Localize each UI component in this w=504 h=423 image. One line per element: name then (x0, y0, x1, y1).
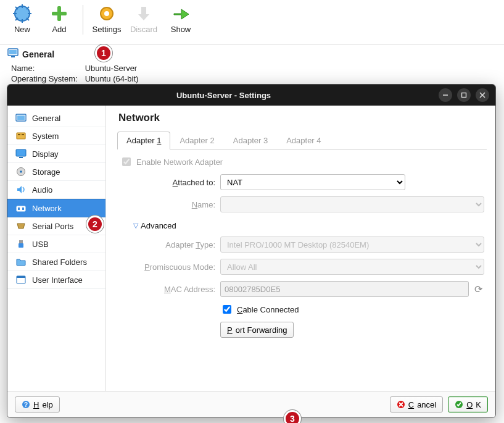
promisc-label: Promiscuous Mode: (120, 262, 215, 272)
enable-adapter-checkbox[interactable] (122, 157, 131, 166)
minimize-button[interactable] (439, 88, 452, 102)
page-heading: Network (118, 112, 487, 124)
svg-rect-23 (18, 134, 20, 135)
summary-os-label: Operating System: (11, 74, 84, 83)
svg-rect-22 (17, 133, 25, 139)
audio-icon (15, 185, 27, 195)
attached-label: Attached to: (120, 178, 215, 187)
svg-rect-30 (18, 207, 20, 210)
mac-label: MAC Address: (120, 285, 215, 294)
ui-icon (15, 275, 27, 285)
show-button[interactable]: Show (163, 1, 198, 34)
svg-rect-32 (19, 240, 23, 243)
cable-checkbox[interactable] (223, 305, 231, 314)
svg-rect-24 (22, 134, 24, 135)
sidebar-label: Display (32, 149, 59, 159)
adapter-tabbar: Adapter 1 Adapter 2 Adapter 3 Adapter 4 (117, 132, 487, 149)
add-button[interactable]: Add (42, 1, 76, 34)
cancel-button[interactable]: Cancel (390, 396, 443, 413)
svg-rect-26 (19, 157, 23, 158)
main-toolbar: New Add Settings Discard Show (0, 0, 504, 44)
new-label: New (5, 25, 39, 34)
enable-adapter-label: Enable Network Adapter (136, 157, 223, 167)
sidebar-label: Network (32, 204, 62, 213)
adapter-type-select: Intel PRO/1000 MT Desktop (82540EM) (220, 237, 484, 253)
mac-input (220, 281, 469, 297)
svg-rect-14 (9, 50, 17, 54)
svg-point-12 (104, 11, 109, 16)
settings-dialog: Ubuntu-Server - Settings General System … (7, 84, 496, 418)
sidebar-label: Storage (32, 167, 60, 177)
folder-icon (15, 257, 27, 267)
svg-rect-25 (16, 149, 26, 156)
callout-1: 1 (95, 44, 112, 62)
sidebar-label: USB (32, 240, 49, 249)
sidebar-item-system[interactable]: System (7, 127, 105, 145)
refresh-icon[interactable]: ⟳ (473, 283, 484, 295)
help-button[interactable]: ? Help (15, 396, 60, 413)
sidebar-item-general[interactable]: General (7, 109, 105, 127)
summary-section-title: General (22, 49, 54, 59)
dialog-title: Ubuntu-Server - Settings (14, 91, 434, 100)
vm-summary: General Name: Ubuntu-Server Operating Sy… (0, 44, 504, 90)
tab-adapter-1[interactable]: Adapter 1 (117, 132, 170, 149)
sidebar-item-display[interactable]: Display (7, 145, 105, 163)
callout-2: 2 (86, 216, 104, 233)
settings-button[interactable]: Settings (89, 1, 124, 34)
monitor-icon (7, 48, 19, 60)
port-forwarding-button[interactable]: Port Forwarding (220, 322, 294, 338)
svg-rect-33 (19, 243, 23, 248)
show-label: Show (163, 25, 198, 34)
summary-name-value: Ubuntu-Server (85, 64, 145, 73)
svg-text:?: ? (24, 401, 28, 408)
summary-os-value: Ubuntu (64-bit) (85, 74, 145, 83)
sidebar-item-usb[interactable]: USB (7, 235, 105, 253)
settings-label: Settings (89, 25, 124, 34)
svg-rect-21 (17, 115, 25, 120)
promisc-select: Allow All (220, 259, 484, 275)
sidebar-item-storage[interactable]: Storage (7, 163, 105, 181)
attached-select[interactable]: NAT (220, 174, 405, 190)
close-button[interactable] (476, 88, 489, 102)
sidebar-item-audio[interactable]: Audio (7, 181, 105, 199)
add-label: Add (42, 25, 76, 34)
tab-adapter-4[interactable]: Adapter 4 (277, 132, 330, 149)
tab-adapter-2[interactable]: Adapter 2 (170, 132, 223, 149)
network-icon (15, 203, 27, 213)
summary-name-label: Name: (11, 64, 84, 73)
discard-button: Discard (126, 1, 161, 34)
svg-rect-31 (22, 207, 24, 210)
svg-point-28 (20, 170, 22, 173)
chevron-down-icon: ▽ (133, 222, 138, 230)
sidebar-item-ui[interactable]: User Interface (7, 271, 105, 289)
settings-content: Network Adapter 1 Adapter 2 Adapter 3 Ad… (106, 106, 495, 391)
sidebar-label: System (32, 132, 59, 141)
display-icon (15, 149, 27, 159)
tab-adapter-3[interactable]: Adapter 3 (224, 132, 277, 149)
system-icon (15, 131, 27, 141)
general-icon (15, 113, 27, 123)
enable-adapter-check[interactable]: Enable Network Adapter (120, 156, 484, 168)
sidebar-label: Audio (32, 185, 52, 195)
new-button[interactable]: New (5, 1, 39, 34)
maximize-button[interactable] (457, 88, 471, 102)
advanced-toggle[interactable]: ▽ Advanced (133, 221, 484, 230)
storage-icon (15, 167, 27, 177)
callout-3: 3 (284, 410, 301, 423)
name-select (220, 196, 484, 212)
usb-icon (15, 239, 27, 249)
svg-rect-15 (11, 56, 15, 57)
ok-button[interactable]: OK (448, 396, 488, 413)
svg-rect-10 (52, 12, 67, 15)
toolbar-separator (83, 5, 83, 35)
sidebar-item-network[interactable]: Network (7, 199, 105, 217)
name-label: Name: (120, 200, 215, 209)
sidebar-label: User Interface (32, 275, 83, 285)
cable-check[interactable]: Cable Connected (220, 303, 316, 316)
sidebar-item-shared[interactable]: Shared Folders (7, 253, 105, 271)
discard-label: Discard (126, 25, 161, 34)
svg-rect-35 (17, 276, 25, 278)
adapter-type-label: Adapter Type: (120, 240, 215, 249)
serial-icon (15, 221, 27, 231)
dialog-titlebar: Ubuntu-Server - Settings (7, 85, 495, 106)
